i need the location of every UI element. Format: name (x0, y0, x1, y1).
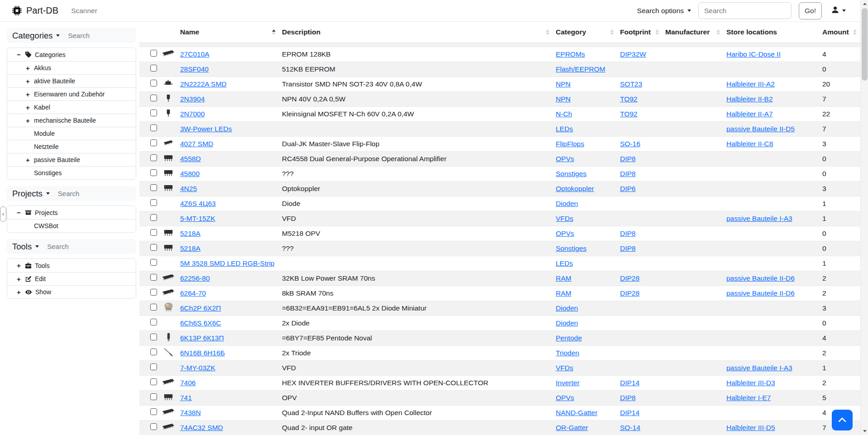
search-options-dropdown[interactable]: Search options (637, 7, 691, 15)
part-name-link[interactable]: 2N2222A SMD (180, 80, 227, 88)
footprint-link[interactable]: DIP14 (620, 409, 639, 416)
part-name-link[interactable]: 6N16B 6Н16Б (180, 349, 225, 357)
category-link[interactable]: NAND-Gatter (556, 409, 597, 416)
footprint-link[interactable]: DIP14 (620, 379, 639, 387)
part-name-link[interactable]: 5-MT-15ZK (180, 215, 215, 222)
part-name-link[interactable]: 7406 (180, 379, 196, 387)
part-name-link[interactable]: 4558D (180, 155, 201, 163)
store-location-link[interactable]: passive Bauteile I-A3 (726, 215, 792, 222)
part-name-link[interactable]: 5M 3528 SMD LED RGB-Strip (180, 259, 274, 267)
part-thumbnail[interactable] (161, 49, 176, 57)
part-thumbnail[interactable] (161, 228, 176, 237)
row-checkbox[interactable] (150, 259, 157, 266)
expand-toggle-icon[interactable]: + (17, 262, 25, 269)
row-checkbox[interactable] (150, 95, 157, 101)
store-location-link[interactable]: Halbleiter III-A2 (726, 80, 775, 88)
footprint-link[interactable]: DIP8 (620, 170, 635, 177)
category-link[interactable]: VFDs (556, 215, 573, 222)
store-location-link[interactable]: passive Bauteile II-D6 (726, 274, 795, 282)
row-checkbox[interactable] (150, 378, 157, 385)
footprint-link[interactable]: TO92 (620, 95, 638, 103)
tree-item-categories[interactable]: −Categories (7, 48, 136, 61)
part-thumbnail[interactable] (161, 407, 176, 416)
store-location-link[interactable]: Halbleiter II-B2 (726, 95, 773, 103)
category-link[interactable]: Dioden (556, 200, 578, 207)
store-location-link[interactable]: Halbleiter I-E7 (726, 394, 771, 402)
expand-toggle-icon[interactable]: + (17, 288, 25, 296)
scroll-to-top-button[interactable] (832, 410, 853, 430)
column-header-manufacturer[interactable]: Manufacturer (663, 22, 724, 43)
footprint-link[interactable]: DIP32W (620, 50, 646, 58)
part-name-link[interactable]: 6Ch6S 6X6C (180, 319, 221, 327)
footprint-link[interactable]: SO-14 (620, 424, 640, 431)
categories-search-input[interactable] (67, 31, 126, 40)
tree-item-module[interactable]: Module (7, 127, 136, 140)
tree-item-projects[interactable]: −Projects (7, 206, 136, 219)
tree-item-passive-bauteile[interactable]: +passive Bauteile (7, 153, 136, 166)
row-checkbox[interactable] (150, 334, 157, 340)
row-checkbox[interactable] (150, 393, 157, 400)
tree-item-aktive-bauteile[interactable]: +aktive Bauteile (7, 74, 136, 87)
row-checkbox[interactable] (150, 124, 157, 131)
part-thumbnail[interactable] (161, 168, 176, 177)
footprint-link[interactable]: SO-16 (620, 140, 640, 148)
footprint-link[interactable]: TO92 (620, 110, 638, 118)
row-checkbox[interactable] (150, 199, 157, 206)
column-header-name[interactable]: Name (177, 22, 279, 43)
row-checkbox[interactable] (150, 363, 157, 370)
part-thumbnail[interactable] (161, 422, 176, 431)
category-link[interactable]: OPVs (556, 155, 574, 163)
category-link[interactable]: N-Ch (556, 110, 572, 118)
part-name-link[interactable]: 4Z6S 4Ц63 (180, 200, 216, 207)
footprint-link[interactable]: DIP6 (620, 185, 635, 192)
store-location-link[interactable]: passive Bauteile I-A3 (726, 364, 792, 372)
column-header-store_locations[interactable]: Store locations (724, 22, 820, 43)
category-link[interactable]: Optokoppler (556, 185, 594, 192)
tree-item-tools[interactable]: +Tools (7, 259, 136, 272)
part-thumbnail[interactable] (161, 302, 176, 312)
category-link[interactable]: LEDs (556, 125, 573, 133)
row-checkbox[interactable] (150, 110, 157, 116)
column-header-footprint[interactable]: Footprint (617, 22, 663, 43)
part-name-link[interactable]: 4027 SMD (180, 140, 213, 148)
footprint-link[interactable]: DIP8 (620, 244, 635, 252)
row-checkbox[interactable] (150, 229, 157, 236)
part-name-link[interactable]: 6Ch2P 6Х2П (180, 304, 221, 312)
row-checkbox[interactable] (150, 349, 157, 355)
category-link[interactable]: Inverter (556, 379, 580, 387)
tree-item-sonstiges[interactable]: Sonstiges (7, 166, 136, 179)
expand-toggle-icon[interactable]: + (26, 77, 34, 85)
category-link[interactable]: Trioden (556, 349, 579, 357)
tree-item-edit[interactable]: +Edit (7, 272, 136, 285)
app-brand[interactable]: Part-DB (12, 5, 58, 16)
column-header-category[interactable]: Category (553, 22, 617, 43)
expand-toggle-icon[interactable]: + (26, 91, 34, 98)
collapse-toggle-icon[interactable]: − (17, 51, 25, 58)
category-link[interactable]: RAM (556, 289, 571, 297)
search-input[interactable] (698, 2, 792, 19)
tree-item-akkus[interactable]: +Akkus (7, 61, 136, 74)
row-checkbox[interactable] (150, 139, 157, 146)
part-thumbnail[interactable] (161, 79, 176, 87)
store-location-link[interactable]: passive Bauteile II-D5 (726, 125, 795, 133)
row-checkbox[interactable] (150, 319, 157, 325)
part-thumbnail[interactable] (161, 183, 176, 192)
store-location-link[interactable]: Haribo IC-Dose II (726, 50, 781, 58)
category-link[interactable]: OPVs (556, 394, 574, 402)
part-name-link[interactable]: 2N7000 (180, 110, 205, 118)
tree-item-show[interactable]: +Show (7, 285, 136, 298)
expand-toggle-icon[interactable]: + (26, 104, 34, 111)
row-checkbox[interactable] (150, 169, 157, 176)
part-thumbnail[interactable] (161, 332, 176, 342)
tree-item-mechanische-bauteile[interactable]: +mechanische Bauteile (7, 114, 136, 127)
footprint-link[interactable]: SOT23 (620, 80, 642, 88)
row-checkbox[interactable] (150, 408, 157, 415)
expand-toggle-icon[interactable]: + (17, 275, 25, 283)
row-checkbox[interactable] (150, 184, 157, 191)
tree-item-cwsbot[interactable]: CWSBot (7, 219, 136, 232)
category-link[interactable]: EPROMs (556, 50, 585, 58)
store-location-link[interactable]: Halbleiter III-D3 (726, 379, 775, 387)
category-link[interactable]: FlipFlops (556, 140, 584, 148)
category-link[interactable]: OPVs (556, 229, 574, 237)
category-link[interactable]: NPN (556, 80, 571, 88)
